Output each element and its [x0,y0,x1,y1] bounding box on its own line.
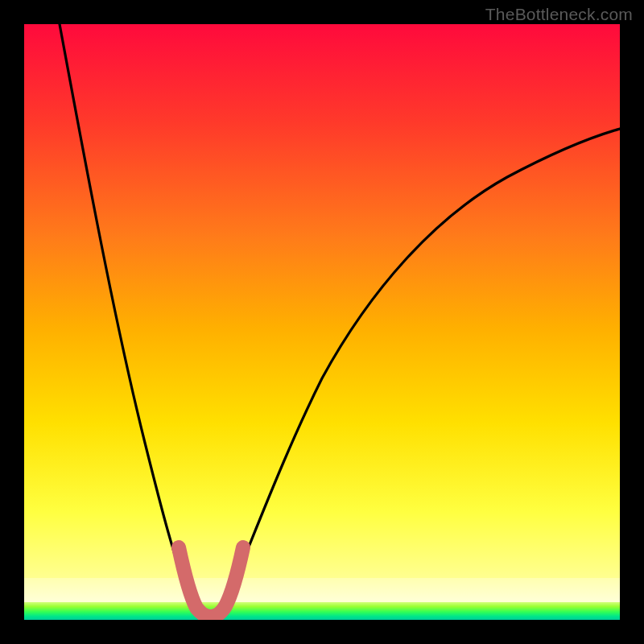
chart-svg [24,24,620,620]
watermark-label: TheBottleneck.com [485,5,633,24]
yellow-band [24,578,620,602]
chart-stage: TheBottleneck.com [0,0,644,644]
plot-area [24,24,620,620]
green-band [24,602,620,620]
